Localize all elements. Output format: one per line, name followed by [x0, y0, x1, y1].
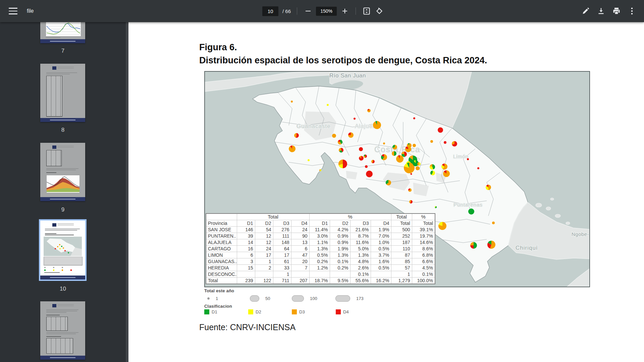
value-cell: 47: [291, 252, 309, 258]
page-total-label: / 66: [282, 8, 291, 14]
mini-data-table: [46, 150, 62, 166]
classification-label: D1: [212, 309, 217, 314]
classification-legend-title: Clasificacion: [204, 304, 232, 309]
classification-color-swatch: [248, 309, 253, 314]
pie-marker: [486, 185, 491, 190]
menu-icon[interactable]: [9, 8, 17, 14]
value-cell: 18.7%: [309, 278, 330, 284]
pie-marker: [411, 173, 412, 175]
pie-marker: [452, 141, 457, 146]
zoom-level: 150%: [316, 7, 337, 16]
pie-marker: [383, 142, 385, 144]
province-cell: CARTAGO: [206, 246, 237, 252]
pie-marker: [371, 160, 375, 163]
pie-marker: [396, 155, 404, 163]
document-title: file: [27, 8, 34, 14]
pdf-toolbar: file / 66 150%: [0, 0, 644, 22]
table-row: DESCONOC..10.1%10.1%: [206, 271, 435, 278]
value-cell: 1.3%: [330, 252, 350, 258]
value-cell: 1.0%: [371, 239, 391, 246]
value-cell: 6: [291, 246, 309, 252]
ministry-logo: [52, 304, 74, 308]
thumbnail-sidebar: 7 8 9: [0, 22, 126, 362]
classification-color-swatch: [336, 309, 341, 314]
value-cell: 85: [391, 258, 412, 265]
value-cell: 0.2%: [330, 265, 350, 271]
thumbnail-page-10-selected[interactable]: [40, 221, 85, 280]
more-options-button[interactable]: [627, 6, 637, 16]
download-icon: [597, 7, 605, 15]
pie-marker: [359, 156, 364, 161]
annotate-button[interactable]: [581, 6, 590, 16]
pie-marker: [477, 167, 479, 169]
value-cell: 39: [237, 233, 255, 239]
value-cell: 4.5%: [412, 265, 435, 271]
pie-marker: [289, 145, 296, 152]
pie-marker: [386, 180, 391, 185]
value-cell: [330, 271, 350, 278]
pie-marker: [308, 159, 310, 161]
value-cell: 6.6%: [412, 258, 435, 265]
size-legend-item: 1: [207, 295, 218, 302]
map-label: Río San Juan: [329, 72, 366, 79]
pie-marker: [409, 200, 413, 203]
download-button[interactable]: [596, 6, 606, 16]
ministry-logo: [52, 223, 74, 227]
sidebar-page-gutter: [126, 22, 128, 362]
value-cell: 0.5%: [309, 252, 330, 258]
thumbnail-page-11[interactable]: [40, 301, 85, 360]
thumbnail-page-7[interactable]: [40, 22, 85, 43]
value-cell: [237, 271, 255, 278]
province-cell: GUANACAS..: [206, 258, 237, 265]
value-cell: 1.3%: [350, 252, 371, 258]
table-row: HEREDIA1523371.2%0.2%2.6%0.5%574.5%: [206, 265, 435, 271]
classification-label: D3: [299, 309, 305, 314]
thumbnail-label-10: 10: [0, 286, 126, 292]
value-cell: 146: [237, 227, 255, 233]
thumb-footer-bar: [40, 118, 85, 122]
map-label: Puntarenas: [453, 202, 483, 207]
pie-marker: [430, 171, 435, 175]
pie-marker: [348, 132, 354, 138]
value-cell: 4.8%: [350, 258, 371, 265]
size-legend-item: 100: [292, 295, 317, 302]
thumbnail-page-8[interactable]: [40, 64, 85, 122]
value-cell: 1: [391, 271, 412, 278]
thumbnail-page-9[interactable]: [40, 143, 85, 201]
pie-marker: [392, 151, 396, 156]
rotate-button[interactable]: [375, 6, 384, 16]
value-cell: 252: [391, 233, 412, 239]
table-column-header: Provincia: [206, 220, 237, 227]
value-cell: 13: [291, 239, 309, 246]
value-cell: 187: [391, 239, 412, 246]
pie-marker: [291, 101, 293, 103]
province-cell: PUNTAREN..: [206, 233, 237, 239]
size-circle-icon: [250, 295, 259, 302]
table-row: PUNTAREN..3912111903.0%0.9%8.7%7.0%25219…: [206, 233, 435, 239]
size-circle-icon: [292, 295, 304, 302]
fit-to-page-button[interactable]: [362, 6, 371, 16]
value-cell: [371, 271, 391, 278]
pie-marker: [443, 170, 450, 177]
figure-source: Fuente: CNRV-INCIENSA: [199, 322, 296, 332]
value-cell: 1.2%: [309, 265, 330, 271]
pie-marker: [319, 169, 321, 171]
pie-marker: [407, 143, 412, 148]
figure-title: Distribución espacial de los serotipos d…: [199, 54, 487, 67]
ministry-logo: [52, 66, 74, 70]
value-cell: 239: [237, 278, 255, 284]
zoom-out-button[interactable]: [303, 6, 313, 16]
province-serotype-table: Total%Total%ProvinciaD1D2D3D4D1D2D3D4Tot…: [206, 213, 435, 284]
province-cell: HEREDIA: [206, 265, 237, 271]
zoom-in-button[interactable]: [340, 6, 350, 16]
print-button[interactable]: [612, 6, 621, 16]
table-group-header: %: [412, 214, 435, 220]
value-cell: 1: [273, 271, 291, 278]
page-number-input[interactable]: [262, 6, 278, 16]
pie-marker: [413, 117, 415, 119]
mini-map: [44, 237, 82, 256]
thumb-footer-bar: [40, 276, 85, 280]
thumb-footer-bar: [40, 39, 85, 43]
value-cell: 1.6%: [371, 258, 391, 265]
classification-legend-item: D4: [336, 309, 349, 314]
